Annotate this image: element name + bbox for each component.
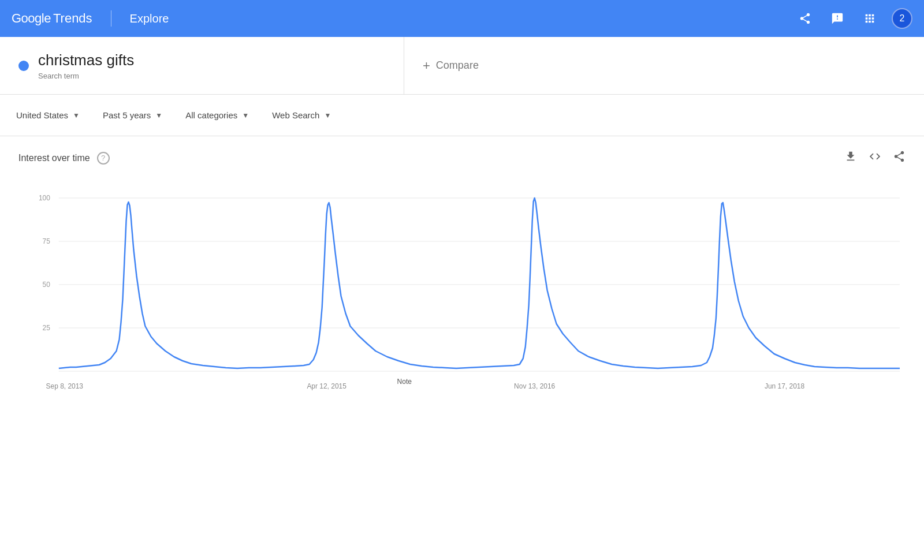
header-left: Google Trends Explore [12, 10, 169, 27]
help-question-mark: ? [101, 154, 105, 162]
apps-icon[interactable] [859, 8, 880, 29]
header-divider [111, 10, 111, 27]
region-filter[interactable]: United States ▼ [14, 106, 82, 125]
chart-share-icon[interactable] [893, 150, 906, 166]
category-filter[interactable]: All categories ▼ [183, 106, 251, 125]
svg-text:75: 75 [43, 237, 51, 245]
embed-icon[interactable] [869, 150, 881, 166]
compare-button[interactable]: + Compare [423, 58, 479, 73]
logo-google: Google [12, 11, 51, 26]
category-dropdown-arrow: ▼ [242, 111, 249, 120]
compare-container: + Compare [404, 37, 924, 94]
search-term-type: Search term [38, 72, 134, 80]
search-term-container: christmas gifts Search term [0, 37, 404, 94]
chart-section: Interest over time ? [0, 136, 924, 424]
chart-actions [844, 150, 906, 166]
header-explore-label: Explore [130, 12, 169, 25]
time-filter-label: Past 5 years [103, 110, 151, 120]
svg-text:Jun 17, 2018: Jun 17, 2018 [765, 382, 804, 390]
category-filter-label: All categories [185, 110, 237, 120]
time-dropdown-arrow: ▼ [155, 111, 162, 120]
download-icon[interactable] [844, 150, 857, 166]
svg-text:Apr 12, 2015: Apr 12, 2015 [307, 382, 346, 390]
interest-over-time-chart: 100 75 50 25 Sep 8, 2013 Apr 12, 2015 No… [18, 175, 906, 406]
region-dropdown-arrow: ▼ [73, 111, 80, 120]
svg-text:25: 25 [43, 324, 51, 332]
chart-svg: 100 75 50 25 Sep 8, 2013 Apr 12, 2015 No… [18, 175, 906, 406]
header-right: 2 [795, 8, 912, 29]
chart-help-icon[interactable]: ? [97, 152, 110, 165]
search-type-filter[interactable]: Web Search ▼ [270, 106, 333, 125]
share-icon[interactable] [795, 8, 815, 29]
feedback-icon[interactable] [827, 8, 848, 29]
chart-header: Interest over time ? [18, 150, 906, 166]
chart-title: Interest over time [18, 153, 90, 163]
logo-trends: Trends [53, 11, 92, 26]
chart-title-group: Interest over time ? [18, 152, 110, 165]
svg-text:50: 50 [43, 281, 51, 289]
type-dropdown-arrow: ▼ [324, 111, 331, 120]
term-info: christmas gifts Search term [38, 51, 134, 80]
svg-text:Note: Note [397, 378, 412, 386]
term-color-dot [18, 61, 29, 71]
user-avatar[interactable]: 2 [892, 8, 912, 29]
filters-section: United States ▼ Past 5 years ▼ All categ… [0, 95, 924, 136]
search-type-filter-label: Web Search [272, 110, 319, 120]
svg-text:100: 100 [39, 194, 50, 202]
svg-text:Sep 8, 2013: Sep 8, 2013 [46, 382, 84, 390]
compare-label: Compare [436, 59, 479, 72]
time-filter[interactable]: Past 5 years ▼ [100, 106, 165, 125]
search-term-text[interactable]: christmas gifts [38, 51, 134, 69]
svg-text:Nov 13, 2016: Nov 13, 2016 [514, 382, 555, 390]
app-header: Google Trends Explore 2 [0, 0, 924, 37]
google-trends-logo: Google Trends [12, 11, 92, 26]
compare-plus-icon: + [423, 58, 430, 73]
region-filter-label: United States [16, 110, 68, 120]
search-section: christmas gifts Search term + Compare [0, 37, 924, 95]
